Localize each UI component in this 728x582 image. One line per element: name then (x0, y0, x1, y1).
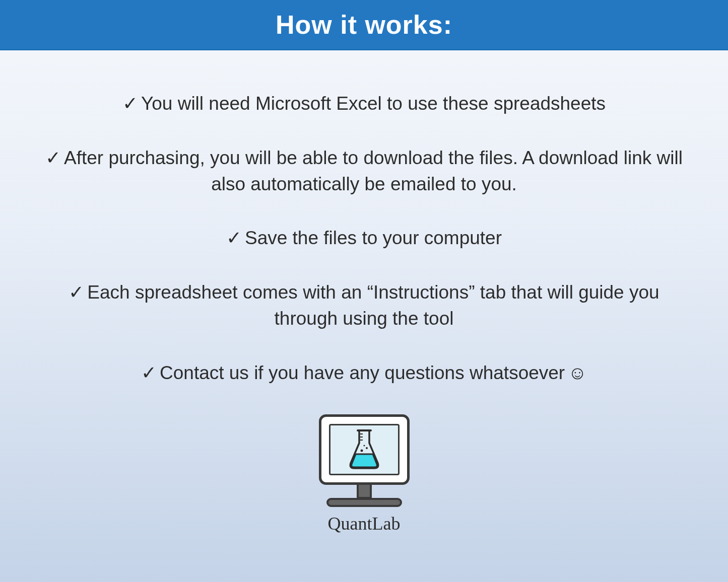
monitor-icon (319, 414, 410, 507)
smile-icon: ☺ (568, 360, 587, 386)
content-area: ✓You will need Microsoft Excel to use th… (0, 50, 728, 534)
header-bar: How it works: (0, 0, 728, 50)
svg-point-4 (360, 450, 363, 452)
check-icon: ✓ (69, 279, 84, 306)
check-icon: ✓ (226, 225, 242, 251)
monitor-stand (357, 485, 372, 499)
check-icon: ✓ (45, 145, 61, 171)
svg-point-5 (366, 447, 368, 449)
check-icon: ✓ (141, 360, 157, 386)
check-icon: ✓ (122, 91, 138, 117)
svg-point-6 (363, 445, 365, 447)
page-title: How it works: (276, 10, 452, 40)
bullet-text: Contact us if you have any questions wha… (160, 362, 565, 383)
bullet-item-3: ✓Save the files to your computer (40, 225, 688, 251)
brand-name: QuantLab (328, 513, 401, 534)
monitor-base (326, 498, 402, 507)
monitor-screen (329, 424, 400, 475)
monitor-body (319, 414, 410, 485)
bullet-text: Each spreadsheet comes with an “Instruct… (87, 282, 659, 329)
bullet-item-4: ✓Each spreadsheet comes with an “Instruc… (40, 279, 688, 332)
bullet-text: Save the files to your computer (245, 228, 502, 248)
bullet-item-5: ✓Contact us if you have any questions wh… (40, 360, 688, 386)
bullet-item-2: ✓After purchasing, you will be able to d… (40, 145, 688, 197)
bullet-text: After purchasing, you will be able to do… (64, 148, 683, 194)
beaker-icon (347, 428, 382, 471)
bullet-text: You will need Microsoft Excel to use the… (141, 93, 606, 114)
bullet-item-1: ✓You will need Microsoft Excel to use th… (40, 91, 688, 117)
brand-logo: QuantLab (40, 414, 688, 534)
